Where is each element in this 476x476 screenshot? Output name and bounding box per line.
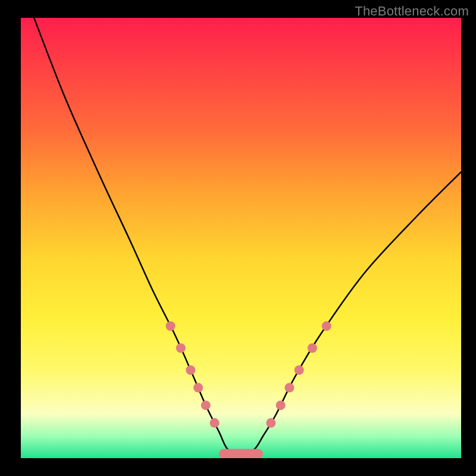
chart-stage: TheBottleneck.com [0, 0, 476, 476]
marker-left-3 [193, 383, 203, 393]
marker-right-5 [266, 418, 275, 428]
marker-right-3 [284, 383, 294, 393]
marker-right-2 [295, 365, 304, 375]
marker-right-0 [322, 321, 331, 331]
watermark-text: TheBottleneck.com [355, 4, 469, 19]
marker-left-4 [201, 400, 211, 410]
curve-svg [21, 18, 461, 458]
bottleneck-curve [34, 18, 461, 454]
marker-left-2 [186, 365, 195, 375]
marker-left-5 [210, 418, 220, 428]
marker-right-4 [276, 400, 286, 410]
flat-segment [219, 449, 263, 458]
plot-area [21, 18, 461, 458]
marker-right-1 [308, 343, 317, 353]
marker-left-0 [166, 321, 176, 331]
marker-left-1 [176, 343, 186, 353]
